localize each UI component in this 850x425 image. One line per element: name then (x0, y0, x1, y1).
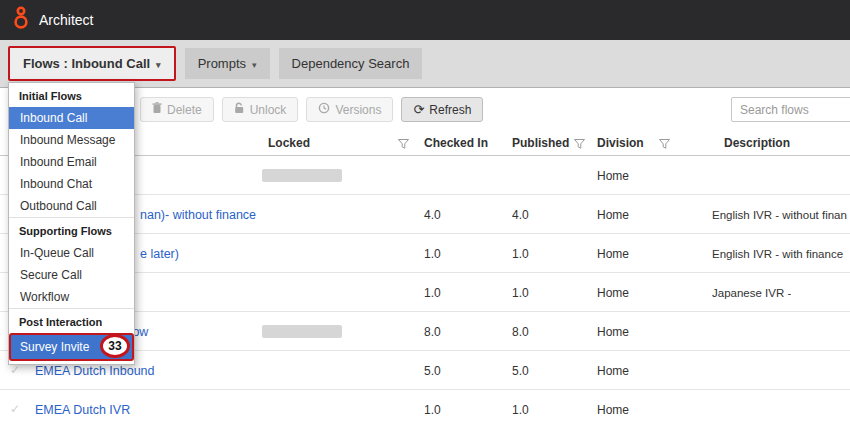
column-header-published: Published (512, 136, 569, 150)
dropdown-item-workflow[interactable]: Workflow (9, 286, 134, 308)
dependency-search-label: Dependency Search (292, 56, 410, 71)
flow-name-link[interactable]: EMEA Dutch IVR (35, 403, 130, 417)
annotation-step-badge: 33 (100, 334, 130, 358)
dropdown-section-header: Supporting Flows (9, 218, 134, 242)
filter-funnel-icon[interactable] (398, 138, 409, 152)
published-value: 1.0 (512, 286, 529, 300)
published-value: 5.0 (512, 364, 529, 378)
published-value: 1.0 (512, 247, 529, 261)
division-value: Home (597, 364, 629, 378)
table-row[interactable]: ✓EMEA Dutch IVR1.01.0Home (0, 390, 850, 425)
filter-funnel-icon[interactable] (574, 138, 585, 152)
flow-name-link[interactable]: e later) (140, 247, 179, 261)
column-header-checked-in: Checked In (424, 136, 488, 150)
prompts-menu-button[interactable]: Prompts▾ (185, 48, 270, 79)
dropdown-item-inbound-message[interactable]: Inbound Message (9, 129, 134, 151)
versions-button[interactable]: Versions (306, 97, 393, 122)
delete-label: Delete (167, 103, 202, 117)
checked-in-value: 8.0 (424, 325, 441, 339)
column-header-description: Description (724, 136, 790, 150)
chevron-down-icon: ▾ (252, 60, 257, 70)
column-header-locked: Locked (268, 136, 310, 150)
genesys-logo-icon (12, 5, 30, 35)
division-value: Home (597, 286, 629, 300)
division-value: Home (597, 169, 629, 183)
published-value: 4.0 (512, 208, 529, 222)
checked-in-value: 1.0 (424, 403, 441, 417)
refresh-label: Refresh (429, 103, 471, 117)
prompts-menu-label: Prompts (198, 56, 246, 71)
flows-menu-label: Flows : Inbound Call (23, 56, 150, 71)
dropdown-item-secure-call[interactable]: Secure Call (9, 264, 134, 286)
unlock-label: Unlock (250, 103, 287, 117)
dropdown-section-header: Initial Flows (9, 83, 134, 107)
row-check-icon[interactable]: ✓ (10, 363, 20, 377)
dropdown-item-survey-invite[interactable]: Survey Invite33 (9, 333, 134, 361)
refresh-icon: ⟳ (413, 105, 424, 115)
dropdown-section: Supporting FlowsIn-Queue CallSecure Call… (9, 217, 134, 308)
published-value: 8.0 (512, 325, 529, 339)
flow-name-link[interactable]: nan)- without finance (140, 208, 256, 222)
dropdown-section: Initial FlowsInbound CallInbound Message… (9, 83, 134, 217)
description-value: English IVR - without finan (712, 209, 847, 221)
row-check-icon[interactable]: ✓ (10, 402, 20, 416)
checked-in-value: 1.0 (424, 286, 441, 300)
flows-type-dropdown: Initial FlowsInbound CallInbound Message… (8, 82, 135, 365)
division-value: Home (597, 208, 629, 222)
flows-menu-button[interactable]: Flows : Inbound Call▾ (10, 48, 174, 79)
division-value: Home (597, 247, 629, 261)
checked-in-value: 5.0 (424, 364, 441, 378)
division-value: Home (597, 403, 629, 417)
dropdown-item-in-queue-call[interactable]: In-Queue Call (9, 242, 134, 264)
chevron-down-icon: ▾ (156, 60, 161, 70)
column-header-division: Division (597, 136, 644, 150)
flow-name-link[interactable]: EMEA Dutch Inbound (35, 364, 155, 378)
filter-funnel-icon[interactable] (659, 138, 670, 152)
description-value: English IVR - with finance (712, 248, 843, 260)
dropdown-item-inbound-email[interactable]: Inbound Email (9, 151, 134, 173)
redacted-locked-value (262, 325, 342, 338)
dropdown-item-inbound-chat[interactable]: Inbound Chat (9, 173, 134, 195)
checked-in-value: 1.0 (424, 247, 441, 261)
versions-icon (318, 102, 330, 117)
dependency-search-button[interactable]: Dependency Search (279, 48, 423, 79)
menu-bar: Flows : Inbound Call▾ Prompts▾ Dependenc… (0, 40, 850, 88)
architect-app-window: Architect Flows : Inbound Call▾ Prompts▾… (0, 0, 850, 425)
dropdown-section: Post InteractionSurvey Invite33 (9, 308, 134, 361)
search-flows-input[interactable] (731, 97, 850, 122)
refresh-button[interactable]: ⟳ Refresh (401, 97, 483, 122)
app-title: Architect (39, 12, 93, 28)
unlock-icon (234, 102, 245, 117)
dropdown-item-inbound-call[interactable]: Inbound Call (9, 107, 134, 129)
redacted-locked-value (262, 169, 342, 182)
delete-button[interactable]: Delete (140, 97, 214, 122)
trash-icon (152, 102, 162, 117)
checked-in-value: 4.0 (424, 208, 441, 222)
description-value: Japanese IVR - (712, 287, 791, 299)
dropdown-item-outbound-call[interactable]: Outbound Call (9, 195, 134, 217)
dropdown-section-header: Post Interaction (9, 309, 134, 333)
versions-label: Versions (335, 103, 381, 117)
division-value: Home (597, 325, 629, 339)
annotation-red-box: Flows : Inbound Call▾ (8, 46, 176, 81)
published-value: 1.0 (512, 403, 529, 417)
top-app-bar: Architect (0, 0, 850, 40)
unlock-button[interactable]: Unlock (222, 97, 299, 122)
